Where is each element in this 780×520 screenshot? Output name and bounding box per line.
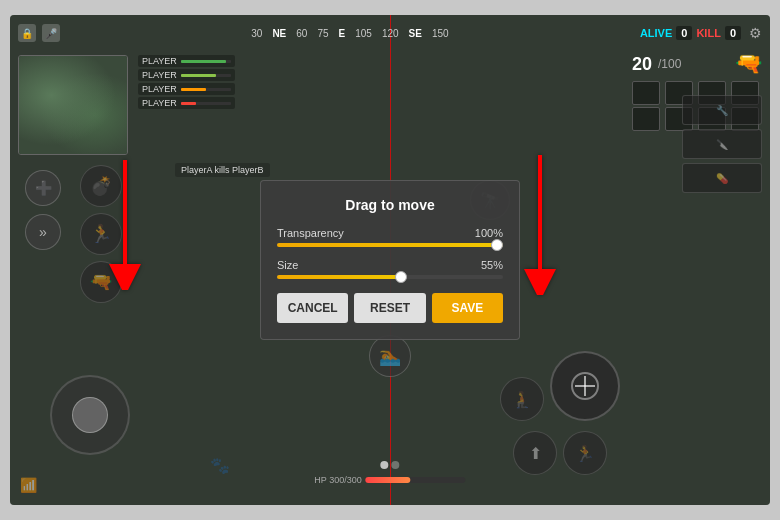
compass-60: 60: [293, 28, 310, 39]
transparency-slider-fill: [277, 243, 503, 247]
player-health-bar: [181, 102, 231, 105]
alive-label: ALIVE: [640, 27, 672, 39]
transparency-slider-track[interactable]: [277, 243, 503, 247]
rifle-icon: 🔫: [735, 51, 762, 77]
health-fill: [181, 74, 216, 77]
size-slider-track[interactable]: [277, 275, 503, 279]
hud-left: 🔒 🎤: [18, 24, 60, 42]
compass-e: E: [336, 28, 349, 39]
weapon-icon: 💊: [716, 173, 728, 184]
size-slider-fill: [277, 275, 401, 279]
dialog-title: Drag to move: [277, 197, 503, 213]
weapon-icon: 🔪: [716, 139, 728, 150]
kill-feed: PlayerA kills PlayerB: [175, 163, 270, 177]
player-name: PLAYER: [142, 56, 177, 66]
compass-mark: 30: [248, 28, 265, 39]
transparency-slider-row: Transparency 100%: [277, 227, 503, 247]
weapon2-panel: 🔧 🔪 💊: [682, 95, 762, 193]
game-screen: 🔒 🎤 30 NE 60 75 E 105 120 SE 150 ALIVE 0…: [10, 15, 770, 505]
player-name: PLAYER: [142, 84, 177, 94]
compass-75: 75: [314, 28, 331, 39]
health-fill: [181, 60, 226, 63]
weapon-icon: 🔧: [716, 105, 728, 116]
joystick-outer[interactable]: [50, 375, 130, 455]
prone-button[interactable]: 🏃: [563, 431, 607, 475]
cancel-button[interactable]: CANCEL: [277, 293, 348, 323]
character-icons: 💣 🏃 🔫: [80, 165, 122, 303]
size-slider-row: Size 55%: [277, 259, 503, 279]
grenade-icon[interactable]: 💣: [80, 165, 122, 207]
settings-icon[interactable]: ⚙: [749, 25, 762, 41]
top-hud: 🔒 🎤 30 NE 60 75 E 105 120 SE 150 ALIVE 0…: [10, 15, 770, 51]
compass-150: 150: [429, 28, 452, 39]
save-button[interactable]: SAVE: [432, 293, 503, 323]
ammo-total: /100: [658, 57, 681, 71]
ammo-current: 20: [632, 54, 652, 75]
run-icon[interactable]: 🏃: [80, 213, 122, 255]
mic-icon[interactable]: 🎤: [42, 24, 60, 42]
player-health-bar: [181, 60, 231, 63]
weapon-slot-3[interactable]: 💊: [682, 163, 762, 193]
weapon-slot-1[interactable]: 🔧: [682, 95, 762, 125]
health-fill: [181, 88, 206, 91]
crouch-button[interactable]: 🧎: [500, 377, 544, 421]
transparency-label: Transparency: [277, 227, 344, 239]
reset-button[interactable]: RESET: [354, 293, 425, 323]
weapon-slot-2[interactable]: 🔪: [682, 129, 762, 159]
transparency-slider-thumb[interactable]: [491, 239, 503, 251]
list-item: PLAYER: [138, 97, 235, 109]
center-controls: HP 300/300: [314, 461, 465, 485]
health-fill: [181, 102, 196, 105]
inv-slot[interactable]: [632, 81, 660, 105]
player-name: PLAYER: [142, 70, 177, 80]
hp-bar: [366, 477, 466, 483]
map-terrain: [19, 56, 127, 154]
right-action-buttons: 🧎 ⬆ 🏃: [500, 351, 620, 475]
medkit-button[interactable]: ➕: [25, 170, 61, 206]
player-health-bar: [181, 88, 231, 91]
compass-105: 105: [352, 28, 375, 39]
size-value: 55%: [481, 259, 503, 271]
size-slider-thumb[interactable]: [395, 271, 407, 283]
list-item: PLAYER: [138, 83, 235, 95]
mini-map: [18, 55, 128, 155]
alive-badge: ALIVE 0 KILL 0: [640, 26, 741, 40]
fire-button[interactable]: [550, 351, 620, 421]
dialog-buttons: CANCEL RESET SAVE: [277, 293, 503, 323]
dot-indicator: [392, 461, 400, 469]
joystick[interactable]: [50, 375, 130, 455]
fire-icon: [570, 371, 600, 401]
ammo-display: 20 /100 🔫: [632, 51, 762, 77]
compass-ne: NE: [269, 28, 289, 39]
player-name: PLAYER: [142, 98, 177, 108]
chevron-right-icon[interactable]: »: [25, 214, 61, 250]
compass: 30 NE 60 75 E 105 120 SE 150: [60, 28, 640, 39]
jump-button[interactable]: ⬆: [513, 431, 557, 475]
list-item: PLAYER: [138, 69, 235, 81]
kill-label: KILL: [696, 27, 720, 39]
hud-right: ALIVE 0 KILL 0 ⚙: [640, 25, 762, 41]
joystick-inner: [72, 397, 108, 433]
swim-icon[interactable]: 🏊: [369, 335, 411, 377]
wifi-icon: 📶: [20, 477, 37, 493]
hp-fill: [366, 477, 411, 483]
dots-indicator: [381, 461, 400, 469]
compass-120: 120: [379, 28, 402, 39]
left-controls: ➕ »: [25, 170, 61, 250]
player-list: PLAYER PLAYER PLAYER PLAYER: [138, 55, 235, 109]
weapon-icon[interactable]: 🔫: [80, 261, 122, 303]
lock-icon: 🔒: [18, 24, 36, 42]
list-item: PLAYER: [138, 55, 235, 67]
paw-icon: 🐾: [210, 456, 230, 475]
dot-indicator: [381, 461, 389, 469]
kill-count: 0: [725, 26, 741, 40]
compass-se: SE: [406, 28, 425, 39]
inv-slot[interactable]: [632, 107, 660, 131]
transparency-label-row: Transparency 100%: [277, 227, 503, 239]
size-label-row: Size 55%: [277, 259, 503, 271]
hp-label: HP 300/300: [314, 475, 361, 485]
transparency-value: 100%: [475, 227, 503, 239]
player-health-bar: [181, 74, 231, 77]
drag-to-move-dialog: Drag to move Transparency 100% Size 55% …: [260, 180, 520, 340]
alive-count: 0: [676, 26, 692, 40]
